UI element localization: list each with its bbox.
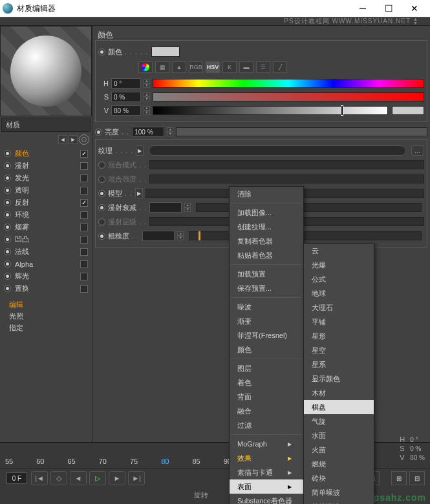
hue-slider[interactable] (153, 79, 424, 88)
menu-item[interactable]: 简单噪波 (304, 485, 374, 499)
channel-radio[interactable] (4, 285, 11, 292)
menu-item[interactable]: 平铺 (304, 315, 374, 329)
channel-checkbox[interactable] (80, 285, 88, 293)
pick-icon[interactable]: ╱ (273, 61, 287, 73)
channel-checkbox[interactable] (80, 236, 88, 244)
texture-field[interactable] (149, 145, 406, 156)
menu-item[interactable]: 菲涅耳(Fresnel) (230, 328, 303, 342)
rgb-icon[interactable]: RGB (189, 61, 203, 73)
channel-radio[interactable] (4, 187, 11, 194)
menu-item[interactable]: 云 (304, 244, 374, 258)
channel-radio[interactable] (4, 150, 11, 157)
channel-漫射[interactable]: 漫射 (0, 160, 92, 172)
menu-item[interactable]: 效果 (230, 451, 303, 465)
channel-checkbox[interactable]: ✓ (80, 150, 88, 158)
prop-value[interactable] (149, 202, 182, 213)
prop-radio[interactable] (98, 190, 105, 197)
channel-radio[interactable] (4, 236, 11, 243)
channel-辉光[interactable]: 辉光 (0, 270, 92, 282)
hue-field[interactable]: 0 ° (111, 78, 141, 89)
channel-Alpha[interactable]: Alpha (0, 258, 92, 270)
val-slider[interactable] (153, 106, 388, 115)
menu-item[interactable]: 地球 (304, 286, 374, 300)
menu-item[interactable]: 复制着色器 (230, 234, 303, 248)
menu-item[interactable]: 背面 (230, 390, 303, 404)
goto-end-button[interactable]: ►| (128, 471, 145, 485)
menu-item[interactable]: 表面 (230, 479, 303, 494)
menu-item[interactable]: 简单湍流 (304, 499, 374, 504)
channel-烟雾[interactable]: 烟雾 (0, 221, 92, 233)
prop-radio[interactable] (98, 176, 105, 183)
menu-item[interactable]: 过滤 (230, 418, 303, 432)
color-radio[interactable] (98, 48, 105, 56)
channel-radio[interactable] (4, 224, 11, 231)
channel-checkbox[interactable] (80, 248, 88, 256)
channel-发光[interactable]: 发光 (0, 172, 92, 184)
brightness-radio[interactable] (95, 129, 102, 136)
prop-radio[interactable] (98, 162, 105, 169)
list-icon[interactable]: ☰ (256, 61, 270, 73)
menu-item[interactable]: 着色 (230, 375, 303, 390)
menu-item[interactable]: 加载图像... (230, 205, 303, 220)
channel-checkbox[interactable] (80, 211, 88, 219)
hsv-icon[interactable]: HSV (206, 61, 220, 73)
texture-browse-button[interactable]: … (411, 145, 424, 156)
menu-item[interactable]: 渐变 (230, 314, 303, 328)
maximize-button[interactable]: ☐ (376, 0, 402, 17)
extra-item[interactable]: 编辑 (9, 300, 83, 311)
sat-field[interactable]: 0 % (111, 92, 141, 102)
channel-法线[interactable]: 法线 (0, 246, 92, 258)
menu-item[interactable]: 砖块 (304, 471, 374, 485)
extra-item[interactable]: 光照 (9, 311, 83, 323)
menu-item[interactable]: 素描与卡通 (230, 465, 303, 479)
panel-arrows-icon[interactable]: ▲▼ (413, 17, 426, 25)
goto-start-button[interactable]: |◄ (31, 471, 48, 485)
channel-radio[interactable] (4, 162, 11, 169)
channel-checkbox[interactable] (80, 224, 88, 231)
menu-item[interactable]: 公式 (304, 272, 374, 286)
wheel-icon[interactable] (138, 61, 153, 73)
prop-arrow[interactable]: ▶ (135, 188, 143, 198)
minimize-button[interactable]: ─ (350, 0, 376, 17)
menu-item[interactable]: 棋盘 (304, 400, 374, 414)
menu-item[interactable]: 燃烧 (304, 457, 374, 471)
target-icon[interactable] (79, 134, 89, 145)
menu-item[interactable]: 粘贴着色器 (230, 248, 303, 262)
channel-checkbox[interactable] (80, 260, 88, 268)
menu-item[interactable]: 显示颜色 (304, 372, 374, 386)
color-swatch[interactable] (151, 47, 180, 57)
menu-item[interactable]: 星系 (304, 357, 374, 372)
tool-extra2-icon[interactable]: ⊟ (409, 471, 425, 485)
next-frame-button[interactable]: ► (109, 471, 125, 485)
menu-item[interactable]: 火苗 (304, 443, 374, 457)
extra-item[interactable]: 指定 (9, 323, 83, 335)
frame-field[interactable]: 0 F (6, 472, 27, 484)
channel-透明[interactable]: 透明 (0, 184, 92, 196)
menu-item[interactable]: 创建纹理... (230, 220, 303, 234)
menu-item[interactable]: 融合 (230, 404, 303, 418)
keyframe-button[interactable]: ◇ (50, 471, 67, 485)
channel-颜色[interactable]: 颜色✓ (0, 147, 92, 160)
menu-item[interactable]: MoGraph (230, 437, 303, 451)
prop-slider[interactable] (189, 231, 422, 240)
menu-item[interactable]: 星空 (304, 343, 374, 357)
channel-环境[interactable]: 环境 (0, 209, 92, 221)
next-button[interactable]: ► (69, 135, 78, 144)
prop-bar[interactable] (149, 174, 424, 184)
prop-bar[interactable] (149, 160, 424, 169)
channel-checkbox[interactable] (80, 174, 88, 182)
material-preview[interactable] (0, 26, 92, 116)
val-field[interactable]: 80 % (111, 105, 141, 116)
channel-radio[interactable] (4, 273, 11, 280)
prop-radio[interactable] (98, 204, 105, 211)
tool-extra1-icon[interactable]: ⊞ (391, 471, 407, 485)
grid-icon[interactable]: ▦ (155, 61, 169, 73)
menu-item[interactable]: Substance着色器 (230, 494, 303, 504)
menu-item[interactable]: 水面 (304, 428, 374, 443)
menu-item[interactable]: 保存预置... (230, 281, 303, 295)
channel-反射[interactable]: 反射✓ (0, 196, 92, 209)
prev-frame-button[interactable]: ◄ (70, 471, 87, 485)
channel-checkbox[interactable] (80, 273, 88, 280)
swatch-icon[interactable]: ▬ (239, 61, 253, 73)
channel-radio[interactable] (4, 211, 11, 218)
